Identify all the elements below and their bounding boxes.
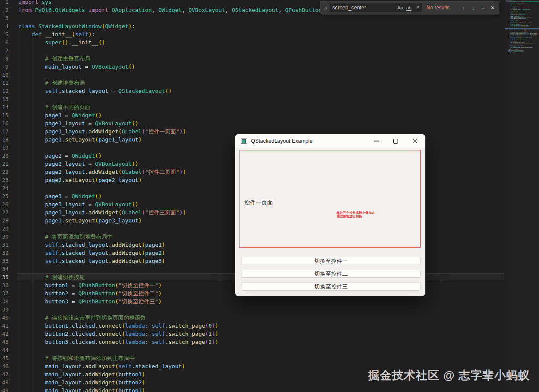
line-number: 45	[0, 354, 9, 362]
code-line[interactable]: 41 button1.clicked.connect(lambda: self.…	[0, 322, 504, 330]
line-number: 21	[0, 160, 9, 168]
whole-word-icon[interactable]: ab	[405, 4, 413, 12]
line-number: 24	[0, 184, 9, 192]
line-number: 5	[0, 30, 9, 38]
line-number: 10	[0, 71, 9, 79]
code-line[interactable]: 4class StackedLayoutWindow(QWidget):	[0, 22, 504, 30]
find-query-text[interactable]: screen_center	[332, 5, 396, 11]
line-number: 34	[0, 265, 9, 273]
line-number: 6	[0, 38, 9, 46]
line-number: 49	[0, 386, 9, 392]
code-line[interactable]: 39	[0, 306, 504, 314]
switch-to-widget-3-button[interactable]: 切换至控件三	[242, 282, 421, 291]
find-previous-icon[interactable]: ↑	[459, 3, 468, 12]
code-line[interactable]: 7	[0, 46, 504, 55]
stacked-page-area: 控件一页面 此处三个控件实际上叠加在 通过按钮进行切换	[239, 150, 421, 248]
code-line[interactable]: 16 page1_layout = QVBoxLayout()	[0, 119, 504, 127]
line-number: 25	[0, 192, 9, 200]
line-number: 9	[0, 63, 9, 71]
line-number: 8	[0, 55, 9, 63]
line-number: 23	[0, 176, 9, 184]
line-number: 28	[0, 216, 9, 225]
code-line[interactable]: 14 # 创建不同的页面	[0, 103, 504, 111]
line-number: 20	[0, 152, 9, 160]
code-line[interactable]: 38 button3 = QPushButton("切换至控件三")	[0, 297, 504, 306]
line-number: 47	[0, 370, 9, 378]
line-number: 12	[0, 87, 9, 95]
line-number: 46	[0, 362, 9, 370]
code-line[interactable]: 9 main_layout = QVBoxLayout()	[0, 63, 504, 71]
line-number: 41	[0, 322, 9, 330]
line-number: 16	[0, 119, 9, 127]
code-line[interactable]: 6 super().__init__()	[0, 38, 504, 46]
find-close-icon[interactable]: ✕	[488, 3, 497, 12]
indent-guide	[32, 38, 32, 392]
line-number: 42	[0, 330, 9, 338]
close-button[interactable]	[405, 134, 424, 148]
line-number: 39	[0, 306, 9, 314]
line-number: 22	[0, 168, 9, 176]
line-number: 26	[0, 200, 9, 208]
regex-icon[interactable]: .*	[413, 4, 421, 12]
line-number: 44	[0, 346, 9, 354]
code-line[interactable]: 3	[0, 14, 504, 22]
page-label: 控件一页面	[244, 199, 273, 207]
line-number: 19	[0, 144, 9, 152]
code-line[interactable]: 13	[0, 95, 504, 103]
find-in-selection-icon[interactable]: ≡	[478, 3, 487, 12]
line-number: 15	[0, 111, 9, 119]
line-number: 37	[0, 289, 9, 297]
line-number: 14	[0, 103, 9, 111]
maximize-button[interactable]	[386, 134, 405, 148]
maximize-icon	[393, 139, 398, 144]
line-number: 40	[0, 314, 9, 322]
close-icon	[412, 138, 418, 144]
line-number: 48	[0, 378, 9, 386]
line-number: 18	[0, 135, 9, 144]
qstackedlayout-example-window: QStackedLayout Example 控件一页面 此处三个控件实际上叠加…	[235, 134, 425, 296]
line-number: 29	[0, 225, 9, 233]
line-number: 32	[0, 249, 9, 257]
watermark: 掘金技术社区 @ 志字辈小蚂蚁	[368, 368, 530, 383]
minimize-icon	[374, 141, 379, 141]
code-line[interactable]: 5 def __init__(self):	[0, 30, 504, 38]
window-title: QStackedLayout Example	[251, 138, 313, 144]
minimap-code: import sysfrom PyQt6.QtWidgets import QA…	[506, 0, 539, 54]
code-line[interactable]: 45 # 将按钮和堆叠布局添加到主布局中	[0, 354, 504, 362]
code-line[interactable]: 40 # 连接按钮点击事件到切换页面的槽函数	[0, 314, 504, 322]
code-line[interactable]: 43 button3.clicked.connect(lambda: self.…	[0, 338, 504, 346]
find-input[interactable]: screen_center Aa ab .*	[329, 3, 422, 12]
annotation-line: 通过按钮进行切换	[337, 215, 375, 218]
line-number: 11	[0, 79, 9, 87]
line-number: 35	[0, 273, 9, 281]
line-number: 4	[0, 22, 9, 30]
line-number: 13	[0, 95, 9, 103]
line-number: 30	[0, 233, 9, 241]
line-number: 36	[0, 281, 9, 289]
red-annotation: 此处三个控件实际上叠加在 通过按钮进行切换	[337, 211, 375, 218]
code-line[interactable]: 49 main_layout.addWidget(button3)	[0, 386, 504, 392]
code-line[interactable]: 42 button2.clicked.connect(lambda: self.…	[0, 330, 504, 338]
match-case-icon[interactable]: Aa	[396, 4, 404, 12]
find-next-icon[interactable]: ↓	[469, 3, 478, 12]
line-number: 31	[0, 241, 9, 249]
line-number: 33	[0, 257, 9, 265]
code-line[interactable]: 10	[0, 71, 504, 79]
switch-to-widget-1-button[interactable]: 切换至控件一	[242, 257, 421, 265]
find-results-label: No results	[427, 5, 458, 11]
line-number: 43	[0, 338, 9, 346]
window-titlebar[interactable]: QStackedLayout Example	[235, 134, 425, 148]
minimap[interactable]: import sysfrom PyQt6.QtWidgets import QA…	[505, 0, 539, 392]
code-line[interactable]: 44	[0, 346, 504, 354]
line-number: 27	[0, 208, 9, 216]
code-line[interactable]: 11 # 创建堆叠布局	[0, 79, 504, 87]
minimize-button[interactable]	[367, 134, 386, 148]
find-toggle-replace-chevron-icon[interactable]: ›	[323, 1, 329, 14]
line-number: 17	[0, 127, 9, 135]
code-line[interactable]: 15 page1 = QWidget()	[0, 111, 504, 119]
switch-to-widget-2-button[interactable]: 切换至控件二	[242, 270, 421, 278]
code-line[interactable]: 8 # 创建主垂直布局	[0, 55, 504, 63]
line-number: 3	[0, 14, 9, 22]
code-line[interactable]: 12 self.stacked_layout = QStackedLayout(…	[0, 87, 504, 95]
line-number: 38	[0, 297, 9, 306]
